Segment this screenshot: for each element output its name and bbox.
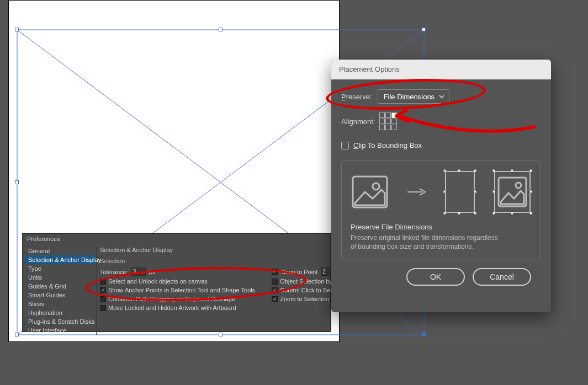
- prefs-heading: Selection & Anchor Display: [100, 247, 371, 253]
- preview-desc-2: of bounding box size and transformations…: [351, 242, 532, 251]
- prefs-side-smart-guides[interactable]: Smart Guides: [25, 291, 96, 300]
- chevron-down-icon: [439, 94, 444, 99]
- svg-point-4: [373, 183, 379, 190]
- svg-point-9: [516, 183, 521, 188]
- preserve-label: PPreserve:reserve:: [341, 93, 372, 101]
- snap-label: Snap to Point: [281, 269, 317, 275]
- selection-handle-ml[interactable]: [15, 180, 19, 184]
- preserve-select[interactable]: File Dimensions: [378, 89, 449, 104]
- svg-rect-6: [446, 172, 474, 212]
- cb-select-unlock[interactable]: [100, 279, 106, 285]
- selection-handle-br[interactable]: [422, 333, 426, 336]
- cb-show-anchor[interactable]: [100, 287, 106, 293]
- cb-show-anchor-label: Show Anchor Points in Selection Tool and…: [108, 287, 255, 293]
- svg-rect-3: [353, 177, 387, 207]
- clip-label: Clip To Bounding BoxClip To Bounding Box: [353, 141, 422, 149]
- prefs-side-type[interactable]: Type: [25, 264, 96, 273]
- framed-image-icon: [493, 170, 532, 214]
- cb-ctrl-click[interactable]: [272, 287, 278, 293]
- prefs-subheading: Selection: [100, 258, 371, 264]
- preview-desc-1: Preserve original linked file dimensions…: [351, 233, 532, 242]
- arrow-right-icon: [406, 186, 426, 197]
- tolerance-input[interactable]: [131, 268, 146, 276]
- prefs-side-general[interactable]: General: [25, 247, 96, 255]
- tolerance-unit: px: [149, 269, 156, 275]
- prefs-side-slices[interactable]: Slices: [25, 300, 96, 308]
- cb-move-locked-label: Move Locked and Hidden Artwork with Artb…: [108, 304, 236, 311]
- preferences-panel: Preferences General Selection & Anchor D…: [22, 233, 331, 332]
- cb-zoom-selection[interactable]: [272, 296, 278, 302]
- placement-options-dialog: Placement Options PPreserve:reserve: Fil…: [331, 60, 551, 312]
- selection-handle-tr[interactable]: [422, 28, 426, 31]
- dialog-title: Placement Options: [331, 60, 551, 79]
- alignment-proxy-grid[interactable]: [379, 113, 397, 130]
- preview-box: Preserve File Dimensions Preserve origin…: [341, 161, 541, 260]
- cancel-button[interactable]: Cancel: [473, 268, 531, 286]
- cb-move-locked[interactable]: [100, 305, 106, 311]
- cb-snap-point[interactable]: [272, 269, 278, 275]
- prefs-side-user-interface[interactable]: User Interface: [25, 326, 96, 335]
- cb-constrain-path-label: Constrain Path Dragging on Segment Resha…: [108, 296, 235, 302]
- clip-checkbox[interactable]: [341, 142, 349, 149]
- selection-handle-bl[interactable]: [15, 333, 19, 336]
- cb-constrain-path[interactable]: [100, 296, 106, 302]
- cb-obj-path-only[interactable]: [272, 279, 278, 285]
- prefs-side-guides-grid[interactable]: Guides & Grid: [25, 282, 96, 291]
- selection-handle-tm[interactable]: [219, 28, 223, 31]
- preferences-sidebar: General Selection & Anchor Display Type …: [25, 247, 97, 335]
- selection-handle-tl[interactable]: [15, 28, 19, 31]
- cb-select-unlock-label: Select and Unlock objects on canvas: [108, 278, 208, 285]
- ok-button[interactable]: OK: [406, 268, 465, 286]
- prefs-side-units[interactable]: Units: [25, 273, 96, 282]
- alignment-label: Alignment:: [341, 117, 375, 126]
- prefs-side-plugins-scratch[interactable]: Plug-ins & Scratch Disks: [25, 317, 96, 326]
- preferences-title: Preferences: [23, 233, 331, 244]
- empty-frame-icon: [444, 170, 476, 214]
- prefs-side-hyphenation[interactable]: Hyphenation: [25, 308, 96, 317]
- preserve-value: File Dimensions: [384, 93, 435, 101]
- preview-title: Preserve File Dimensions: [351, 223, 532, 231]
- cb-zoom-selection-label: Zoom to Selection: [280, 296, 329, 302]
- prefs-side-selection-anchor[interactable]: Selection & Anchor Display: [25, 255, 96, 264]
- tolerance-label: Tolerance:: [100, 269, 128, 275]
- image-icon: [351, 174, 389, 210]
